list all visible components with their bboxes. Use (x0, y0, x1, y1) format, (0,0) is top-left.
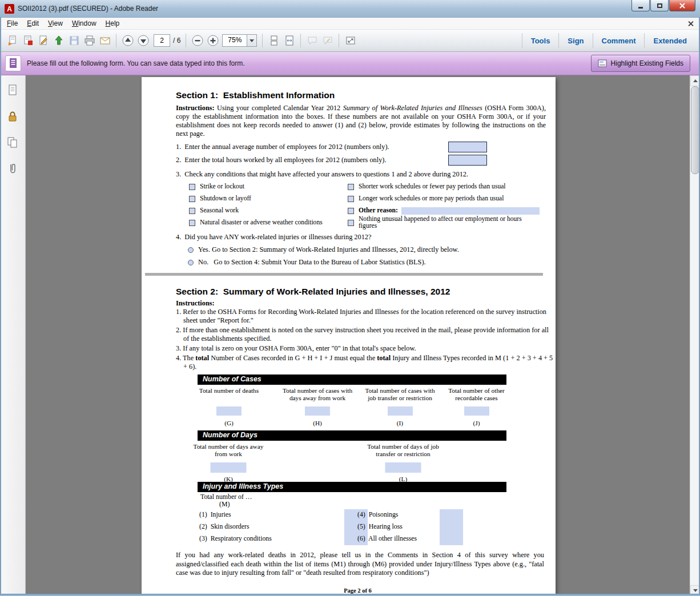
arrow-down-icon (693, 589, 698, 592)
checkbox-shorter-schedules[interactable] (348, 184, 354, 190)
hearing-loss-count-field[interactable] (440, 521, 463, 533)
zoom-control[interactable]: 75% (222, 34, 257, 47)
section1-heading: Section 1: Establishment Information (176, 90, 540, 100)
type-item-label: (4) Poisonings (357, 511, 398, 518)
sign-pen-button[interactable] (35, 33, 51, 49)
poisonings-count-field[interactable] (440, 509, 463, 521)
scroll-up-button[interactable] (690, 75, 700, 86)
navigation-panel (0, 75, 26, 596)
main-content: Section 1: Establishment Information Ins… (0, 75, 700, 596)
radio-yes[interactable] (188, 247, 194, 253)
pdf-page: Section 1: Establishment Information Ins… (142, 77, 556, 594)
other-reason-field[interactable] (401, 207, 540, 215)
minimize-button[interactable] (631, 0, 650, 11)
scroll-down-button[interactable] (690, 585, 700, 596)
page-number-input[interactable]: 2 (154, 34, 170, 47)
menu-file[interactable]: File (2, 19, 22, 28)
question-2-label: 2. Enter the total hours worked by all e… (176, 156, 386, 164)
titlebar[interactable]: A SOII2012 (3).pdf (SECURED) - Adobe Rea… (0, 0, 700, 18)
question-3-label: 3. Check any conditions that might have … (176, 170, 468, 179)
instruction-bold-text: total (195, 354, 209, 362)
tools-panel-button[interactable]: Tools (522, 37, 559, 45)
page-thumbnails-icon[interactable] (5, 83, 20, 98)
checkbox-shutdown-or-layoff[interactable] (189, 196, 195, 202)
days-away-total-field[interactable] (211, 462, 247, 473)
condition-row: Strike or lockout (189, 183, 348, 190)
number-of-days-header: Number of Days (198, 430, 506, 441)
cases-column-label: Total number of cases with job transfer … (361, 387, 438, 402)
maximize-button[interactable] (650, 0, 669, 11)
conditions-right-column: Shorter work schedules or fewer pay peri… (348, 183, 540, 226)
injury-illness-types-header: Injury and Illness Types (198, 482, 506, 492)
vertical-scrollbar[interactable] (690, 75, 700, 596)
checkbox-nothing-unusual[interactable] (348, 220, 354, 226)
scrollbar-thumb[interactable] (691, 86, 699, 174)
conditions-left-column: Strike or lockout Shutdown or layoff Sea… (189, 183, 348, 226)
radio-no[interactable] (188, 260, 194, 265)
previous-page-button[interactable] (120, 33, 135, 49)
total-hours-field[interactable] (448, 155, 487, 166)
job-transfer-cases-field[interactable] (388, 406, 413, 416)
print-button[interactable] (82, 33, 97, 49)
employees-count-field[interactable] (448, 142, 487, 152)
close-button[interactable] (669, 0, 695, 11)
checkbox-seasonal-work[interactable] (189, 208, 195, 214)
type-item-label: (2) Skin disorders (199, 523, 250, 530)
scroll-mode-button[interactable] (266, 33, 281, 49)
number-of-days-block: Number of Days Total number of days away… (198, 430, 506, 482)
toolbar-panels: Tools Sign Comment Extended (522, 30, 695, 51)
comment-bubble-button[interactable] (304, 33, 320, 49)
instruction-item-4: 4. The total Number of Cases recorded in… (176, 354, 554, 371)
document-close-icon[interactable] (688, 21, 693, 26)
instruction-item-1: 1. Refer to the OSHA Forms for Recording… (176, 308, 554, 325)
menu-view[interactable]: View (43, 19, 67, 28)
all-other-illnesses-count-field[interactable] (440, 533, 463, 545)
days-away-cases-field[interactable] (305, 406, 330, 416)
condition-label: Seasonal work (200, 207, 239, 214)
extended-panel-button[interactable]: Extended (645, 37, 695, 45)
checkbox-longer-schedules[interactable] (348, 196, 354, 202)
cases-column: Total number of deaths (G) (195, 387, 263, 394)
security-lock-icon[interactable] (5, 109, 20, 124)
checkbox-other-reason[interactable] (348, 208, 354, 214)
fullscreen-button[interactable] (343, 33, 358, 49)
other-recordable-cases-field[interactable] (464, 406, 489, 416)
highlight-existing-fields-button[interactable]: Highlight Existing Fields (591, 55, 690, 72)
menu-help[interactable]: Help (101, 19, 124, 28)
page-number-footer: Page 2 of 6 (176, 587, 540, 594)
form-message-text: Please fill out the following form. You … (27, 59, 245, 67)
markup-pen-button[interactable] (320, 33, 335, 49)
attachments-pages-icon[interactable] (5, 135, 20, 150)
question-1-label: 1. Enter the annual average number of em… (176, 143, 389, 151)
next-page-button[interactable] (135, 33, 151, 49)
option-no-label: No. Go to Section 4: Submit Your Data to… (198, 259, 426, 266)
open-button[interactable] (5, 33, 20, 49)
document-area[interactable]: Section 1: Establishment Information Ins… (26, 75, 690, 596)
page-fit-button[interactable] (281, 33, 297, 49)
zoom-dropdown-button[interactable] (247, 35, 256, 46)
menu-window[interactable]: Window (67, 19, 101, 28)
comment-panel-button[interactable]: Comment (593, 37, 645, 45)
checkbox-natural-disaster[interactable] (189, 220, 195, 226)
share-upload-button[interactable] (51, 33, 66, 49)
save-button[interactable] (66, 33, 82, 49)
email-button[interactable] (97, 33, 112, 49)
page-count-label: / 6 (173, 37, 180, 45)
deaths-count-field[interactable] (216, 406, 242, 416)
zoom-out-button[interactable] (190, 33, 205, 49)
condition-row: Natural disaster or adverse weather cond… (189, 219, 348, 226)
close-icon (679, 3, 685, 9)
pdf-create-button[interactable] (20, 33, 35, 49)
job-transfer-days-field[interactable] (385, 462, 421, 473)
sign-panel-button[interactable]: Sign (559, 37, 592, 45)
number-of-cases-header: Number of Cases (198, 374, 506, 385)
svg-text:A: A (7, 5, 12, 13)
cases-column-letter: (G) (195, 420, 263, 427)
section2-instructions-label: Instructions: (176, 299, 540, 308)
paperclip-icon[interactable] (5, 162, 20, 176)
menu-edit[interactable]: Edit (22, 19, 43, 28)
window-title: SOII2012 (3).pdf (SECURED) - Adobe Reade… (18, 5, 158, 13)
condition-row: Other reason: (348, 207, 540, 214)
checkbox-strike-or-lockout[interactable] (189, 184, 195, 190)
zoom-in-button[interactable] (205, 33, 220, 49)
